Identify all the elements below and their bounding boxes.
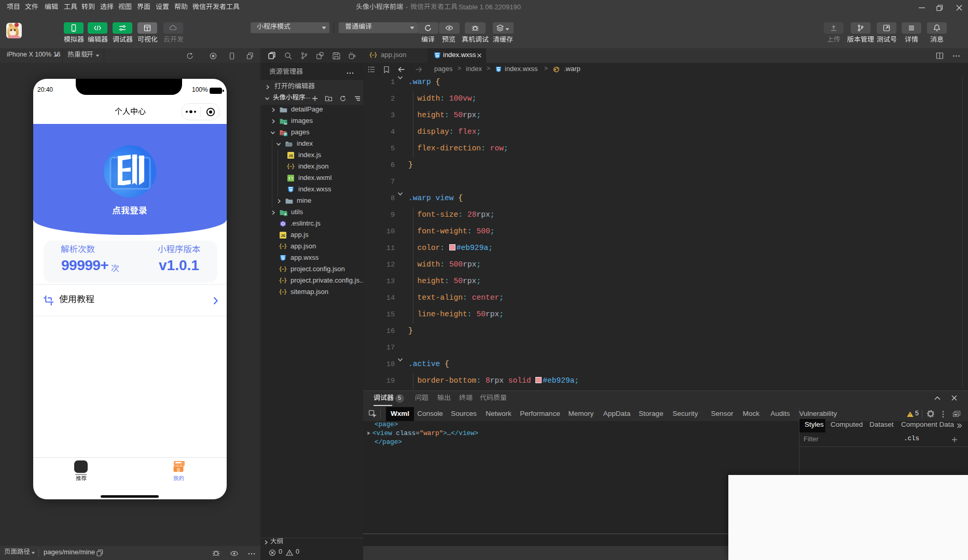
svg-text:JS: JS: [281, 233, 285, 238]
svg-text:JS: JS: [288, 153, 293, 158]
